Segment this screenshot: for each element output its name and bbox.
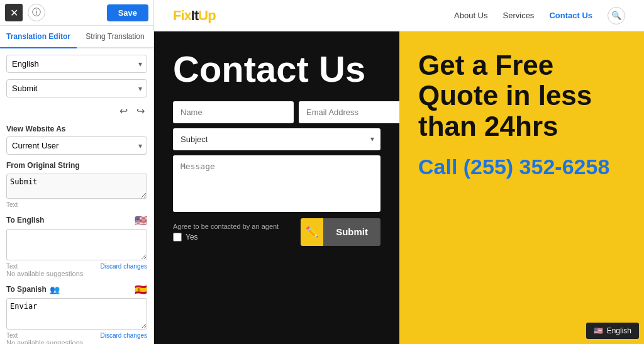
source-select-wrap: Submit Name Email Address Message <box>6 79 147 97</box>
to-spanish-section: To Spanish 👥 🇪🇸 Enviar Text Discard chan… <box>6 284 147 344</box>
call-text: Call (255) 352-6258 <box>418 154 625 180</box>
name-email-row <box>173 101 380 123</box>
info-button[interactable]: ⓘ <box>28 4 45 21</box>
message-textarea[interactable] <box>173 155 380 212</box>
to-english-label: To English <box>6 216 44 225</box>
submit-button[interactable]: Submit <box>323 218 380 246</box>
to-english-row: To English 🇺🇸 <box>6 214 147 226</box>
nav-services[interactable]: Services <box>503 11 535 20</box>
to-spanish-hint: Text <box>6 332 18 339</box>
view-website-as-section: View Website As Current User Guest <box>6 125 147 155</box>
discard-english-link[interactable]: Discard changes <box>101 263 147 270</box>
no-suggestions-spanish: No available suggestions <box>6 339 147 344</box>
current-user-select[interactable]: Current User Guest <box>6 136 147 155</box>
to-spanish-row: To Spanish 👥 🇪🇸 <box>6 284 147 296</box>
no-suggestions-english: No available suggestions <box>6 270 147 277</box>
subject-select-wrap: Subject <box>173 128 380 150</box>
to-english-section: To English 🇺🇸 Text Discard changes No av… <box>6 214 147 277</box>
spanish-flag: 🇪🇸 <box>135 284 147 296</box>
discard-spanish-link[interactable]: Discard changes <box>101 332 147 339</box>
quote-section: Get a Free Quote in less than 24hrs Call… <box>399 31 644 344</box>
to-spanish-label: To Spanish <box>6 285 47 294</box>
agree-yes-label: Yes <box>186 233 198 241</box>
nav-contact[interactable]: Contact Us <box>549 11 592 20</box>
save-button[interactable]: Save <box>107 4 148 21</box>
nav-about[interactable]: About Us <box>454 11 487 20</box>
language-select[interactable]: English Spanish French <box>6 55 147 73</box>
panel-topbar: ✕ ⓘ Save <box>0 0 153 26</box>
to-english-hint: Text <box>6 263 18 270</box>
translation-panel: ✕ ⓘ Save Translation Editor String Trans… <box>0 0 154 344</box>
subject-select[interactable]: Subject <box>173 128 380 150</box>
agree-text: Agree to be contacted by an agent <box>173 223 279 230</box>
panel-tabs: Translation Editor String Translation <box>0 26 153 48</box>
panel-body: English Spanish French Submit Name Email… <box>0 48 153 344</box>
tab-translation-editor[interactable]: Translation Editor <box>0 26 77 48</box>
website-preview: FixItUp About Us Services Contact Us 🔍 C… <box>154 0 644 344</box>
search-icon[interactable]: 🔍 <box>608 7 625 25</box>
name-input[interactable] <box>173 101 294 123</box>
collab-icon: 👥 <box>50 285 60 294</box>
source-select[interactable]: Submit Name Email Address Message <box>6 79 147 97</box>
quote-title: Get a Free Quote in less than 24hrs <box>418 50 625 141</box>
current-user-select-wrap: Current User Guest <box>6 136 147 155</box>
language-bar[interactable]: 🇺🇸 English <box>586 323 639 339</box>
tab-string-translation[interactable]: String Translation <box>77 26 153 48</box>
contact-section: Contact Us Subject Agree to be contacted… <box>154 31 399 344</box>
undo-redo-group: ↩ ↪ <box>6 104 147 118</box>
main-content: Contact Us Subject Agree to be contacted… <box>154 31 644 344</box>
submit-group: ✏️ Submit <box>301 218 380 246</box>
undo-button[interactable]: ↩ <box>117 104 130 118</box>
agree-checkbox-row: Yes <box>173 233 279 241</box>
close-button[interactable]: ✕ <box>5 4 23 21</box>
from-original-section: From Original String Submit Text <box>6 161 147 208</box>
site-nav: About Us Services Contact Us 🔍 <box>454 7 625 25</box>
from-original-textarea[interactable]: Submit <box>6 174 147 199</box>
redo-button[interactable]: ↪ <box>134 104 147 118</box>
site-header: FixItUp About Us Services Contact Us 🔍 <box>154 0 644 31</box>
english-flag: 🇺🇸 <box>135 214 147 226</box>
agree-section: Agree to be contacted by an agent Yes <box>173 223 279 241</box>
from-original-label: From Original String <box>6 161 147 170</box>
view-website-as-label: View Website As <box>6 125 147 133</box>
from-original-hint: Text <box>6 201 147 208</box>
language-select-wrap: English Spanish French <box>6 55 147 73</box>
to-spanish-textarea[interactable]: Enviar <box>6 298 147 330</box>
contact-title: Contact Us <box>173 50 380 89</box>
lang-bar-label: English <box>607 326 631 335</box>
to-english-textarea[interactable] <box>6 229 147 260</box>
lang-bar-flag: 🇺🇸 <box>594 326 603 335</box>
site-logo: FixItUp <box>173 8 216 24</box>
form-bottom: Agree to be contacted by an agent Yes ✏️… <box>173 218 380 246</box>
agree-checkbox[interactable] <box>173 233 182 241</box>
pencil-icon-button[interactable]: ✏️ <box>301 218 323 246</box>
